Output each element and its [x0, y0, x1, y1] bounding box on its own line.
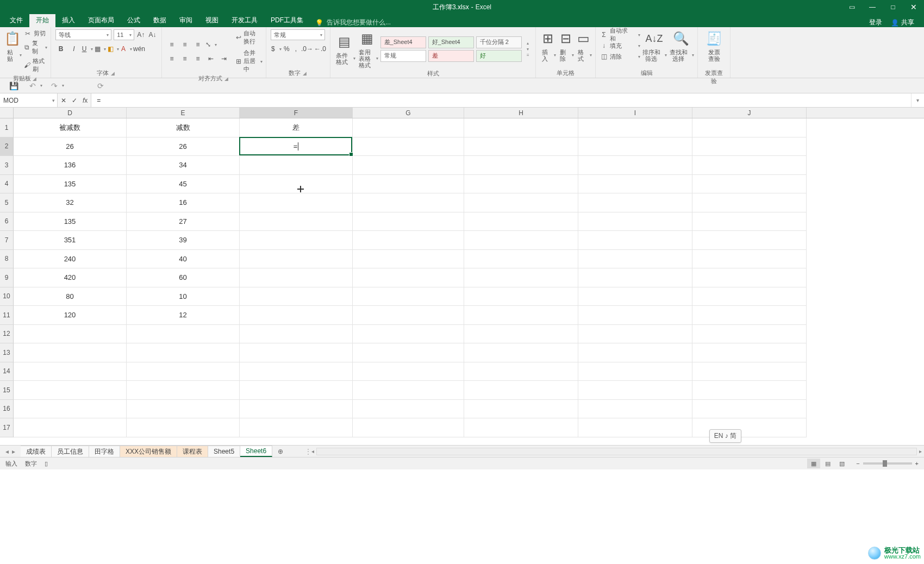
- worksheet-grid[interactable]: DEFGHIJ 1234567891011121314151617 被减数减数差…: [0, 108, 924, 446]
- row-header-14[interactable]: 14: [0, 362, 14, 381]
- close-button[interactable]: ✕: [903, 0, 924, 14]
- cell-J8[interactable]: [692, 250, 807, 269]
- cell-I12[interactable]: [578, 325, 692, 344]
- cell-H14[interactable]: [464, 362, 578, 381]
- cell-I6[interactable]: [578, 212, 692, 231]
- cell-F9[interactable]: [240, 268, 353, 287]
- cell-style-4[interactable]: 常规: [380, 50, 426, 62]
- cell-D5[interactable]: 32: [14, 193, 127, 212]
- row-headers[interactable]: 1234567891011121314151617: [0, 118, 14, 445]
- tab-公式[interactable]: 公式: [121, 14, 147, 27]
- cell-I13[interactable]: [578, 343, 692, 362]
- font-name-combo[interactable]: 等线: [55, 29, 111, 40]
- cell-style-1[interactable]: 差_Sheet4: [380, 36, 426, 48]
- name-box[interactable]: MOD ▾: [0, 93, 58, 107]
- cell-D3[interactable]: 136: [14, 156, 127, 175]
- cell-F16[interactable]: [240, 400, 353, 419]
- cell-F4[interactable]: [240, 175, 353, 194]
- scroll-track[interactable]: [316, 448, 917, 455]
- underline-button[interactable]: U: [82, 43, 92, 54]
- align-middle-icon[interactable]: ≡: [179, 39, 190, 50]
- sheet-nav-last-icon[interactable]: ▸: [12, 448, 15, 455]
- column-headers[interactable]: DEFGHIJ: [14, 108, 924, 118]
- cell-H16[interactable]: [464, 400, 578, 419]
- cell-J10[interactable]: [692, 287, 807, 306]
- cell-H12[interactable]: [464, 325, 578, 344]
- page-break-view-icon[interactable]: ▧: [835, 459, 848, 468]
- cell-G8[interactable]: [353, 250, 464, 269]
- cell-E15[interactable]: [127, 381, 240, 400]
- cell-F7[interactable]: [240, 231, 353, 250]
- cell-D2[interactable]: 26: [14, 137, 127, 156]
- cell-G12[interactable]: [353, 325, 464, 344]
- cell-J11[interactable]: [692, 306, 807, 325]
- cut-button[interactable]: ✂剪切: [24, 29, 46, 37]
- maximize-button[interactable]: □: [883, 0, 903, 14]
- undo-icon[interactable]: ↶: [29, 82, 41, 90]
- row-header-8[interactable]: 8: [0, 250, 14, 269]
- sheet-tab-田字格[interactable]: 田字格: [89, 446, 120, 457]
- cell-I14[interactable]: [578, 362, 692, 381]
- cell-J3[interactable]: [692, 156, 807, 175]
- cell-D9[interactable]: 420: [14, 268, 127, 287]
- horizontal-scrollbar[interactable]: ⋮ ◂ ▸: [289, 446, 924, 457]
- fill-button[interactable]: ↓填充: [600, 41, 639, 51]
- cell-F5[interactable]: [240, 193, 353, 212]
- cell-E5[interactable]: 16: [127, 193, 240, 212]
- cell-E1[interactable]: 减数: [127, 118, 240, 137]
- cell-F17[interactable]: [240, 418, 353, 437]
- cell-G2[interactable]: [353, 137, 464, 156]
- sheet-tab-课程表[interactable]: 课程表: [177, 446, 208, 457]
- cell-G9[interactable]: [353, 268, 464, 287]
- cell-G7[interactable]: [353, 231, 464, 250]
- save-icon[interactable]: 💾: [8, 82, 20, 90]
- macro-record-icon[interactable]: ▯: [45, 460, 48, 467]
- cell-F2[interactable]: =: [240, 137, 353, 156]
- col-header-J[interactable]: J: [692, 108, 807, 118]
- cell-F8[interactable]: [240, 250, 353, 269]
- redo-icon[interactable]: ↷: [51, 82, 63, 90]
- cell-I5[interactable]: [578, 193, 692, 212]
- find-select-button[interactable]: 🔍查找和选择: [669, 29, 693, 62]
- increase-decimal-icon[interactable]: .0→: [302, 43, 313, 54]
- sheet-tab-Sheet6[interactable]: Sheet6: [240, 446, 272, 457]
- cell-D6[interactable]: 135: [14, 212, 127, 231]
- tab-视图[interactable]: 视图: [199, 14, 225, 27]
- tab-开发工具[interactable]: 开发工具: [225, 14, 264, 27]
- cell-G17[interactable]: [353, 418, 464, 437]
- row-header-10[interactable]: 10: [0, 287, 14, 306]
- row-header-12[interactable]: 12: [0, 325, 14, 344]
- cell-I3[interactable]: [578, 156, 692, 175]
- cell-D11[interactable]: 120: [14, 306, 127, 325]
- cell-H17[interactable]: [464, 418, 578, 437]
- row-header-3[interactable]: 3: [0, 156, 14, 175]
- cell-style-3[interactable]: 千位分隔 2: [476, 36, 522, 48]
- row-header-1[interactable]: 1: [0, 118, 14, 137]
- bold-button[interactable]: B: [55, 43, 66, 54]
- cell-E3[interactable]: 34: [127, 156, 240, 175]
- sheet-tabs[interactable]: 成绩表员工信息田字格XXX公司销售额课程表Sheet5Sheet6: [21, 446, 272, 457]
- col-header-E[interactable]: E: [127, 108, 240, 118]
- cell-E12[interactable]: [127, 325, 240, 344]
- format-painter-button[interactable]: 🖌格式刷: [24, 57, 46, 73]
- row-header-2[interactable]: 2: [0, 137, 14, 156]
- cell-F6[interactable]: [240, 212, 353, 231]
- tab-数据[interactable]: 数据: [147, 14, 173, 27]
- cell-F10[interactable]: [240, 287, 353, 306]
- normal-view-icon[interactable]: ▦: [807, 459, 820, 468]
- comma-icon[interactable]: ,: [292, 43, 299, 54]
- cell-J13[interactable]: [692, 343, 807, 362]
- cell-H8[interactable]: [464, 250, 578, 269]
- cells-area[interactable]: 被减数减数差2626=13634135453216135273513924040…: [14, 118, 924, 445]
- borders-button[interactable]: ▦: [95, 43, 105, 54]
- col-header-D[interactable]: D: [14, 108, 127, 118]
- cell-J6[interactable]: [692, 212, 807, 231]
- row-header-13[interactable]: 13: [0, 343, 14, 362]
- cell-I11[interactable]: [578, 306, 692, 325]
- formula-input[interactable]: =: [91, 93, 911, 107]
- cell-D16[interactable]: [14, 400, 127, 419]
- conditional-formatting-button[interactable]: ▤条件格式: [335, 33, 354, 65]
- cell-I15[interactable]: [578, 381, 692, 400]
- cell-J1[interactable]: [692, 118, 807, 137]
- row-header-4[interactable]: 4: [0, 175, 14, 194]
